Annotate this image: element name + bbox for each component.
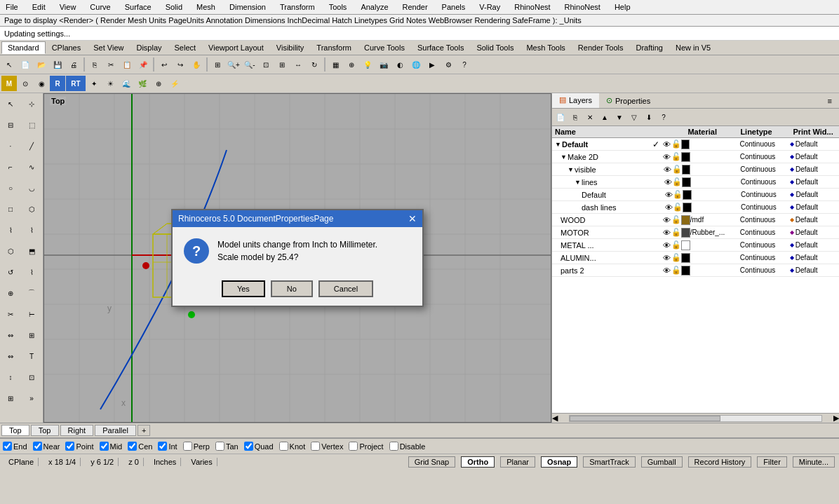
- snap-cen-check[interactable]: [128, 442, 137, 451]
- dialog-close-button[interactable]: ✕: [408, 213, 417, 224]
- menu-render[interactable]: Render: [400, 1, 431, 13]
- snap-tan[interactable]: Tan: [215, 442, 239, 451]
- gumball-button[interactable]: Gumball: [641, 456, 683, 468]
- layer-lock-motor[interactable]: 🔓: [671, 228, 681, 238]
- snap-disable-check[interactable]: [389, 442, 398, 451]
- snap-cen[interactable]: Cen: [128, 442, 152, 451]
- layer-color-visible[interactable]: [682, 165, 691, 175]
- tool-grid[interactable]: ▦: [328, 57, 343, 72]
- viewport-tab-top-2[interactable]: Top: [31, 425, 59, 436]
- tool-copy[interactable]: 📋: [119, 57, 135, 72]
- scroll-right-btn[interactable]: ▶: [833, 414, 839, 423]
- layer-color-make2d[interactable]: [681, 152, 690, 162]
- layer-lock-default-sub[interactable]: 🔓: [673, 190, 683, 200]
- layer-eye-parts2[interactable]: 👁: [663, 266, 671, 275]
- tool-settings[interactable]: ⚙: [441, 57, 456, 72]
- snap-perp-check[interactable]: [183, 442, 192, 451]
- snap-int[interactable]: Int: [158, 442, 177, 451]
- layer-lock-default[interactable]: 🔓: [671, 139, 681, 149]
- menu-rhinonest1[interactable]: RhinoNest: [511, 1, 553, 13]
- layer-eye-visible[interactable]: 👁: [663, 165, 671, 175]
- planar-button[interactable]: Planar: [500, 456, 535, 468]
- snap-int-check[interactable]: [158, 442, 167, 451]
- snap-vertex-check[interactable]: [311, 442, 320, 451]
- new-sublayer-button[interactable]: ⎘: [568, 110, 582, 124]
- minute-button[interactable]: Minute...: [793, 456, 835, 468]
- tab-cplanes[interactable]: CPlanes: [46, 41, 88, 54]
- tool-nurbs[interactable]: ⌇: [1, 220, 20, 240]
- tool-text[interactable]: T: [22, 346, 41, 366]
- record-history-button[interactable]: Record History: [688, 456, 752, 468]
- layer-row-alumin[interactable]: ALUMIN... 👁 🔓 Continuous ◆ Default: [552, 252, 839, 264]
- tool-m[interactable]: M: [1, 76, 17, 91]
- layer-eye-alumin[interactable]: 👁: [663, 253, 671, 263]
- viewport-tab-top-1[interactable]: Top: [1, 425, 29, 436]
- tool-pan[interactable]: ↔: [290, 57, 306, 72]
- smarttrack-button[interactable]: SmartTrack: [583, 456, 635, 468]
- tool-help[interactable]: ?: [457, 57, 472, 72]
- snap-tan-check[interactable]: [215, 442, 224, 451]
- tab-standard[interactable]: Standard: [1, 41, 46, 54]
- snap-knot[interactable]: Knot: [279, 442, 306, 451]
- layer-row-metal[interactable]: METAL ... 👁 🔓 Continuous ◆ Default: [552, 239, 839, 252]
- layer-color-wood[interactable]: [681, 215, 690, 225]
- viewport-top[interactable]: Top: [43, 93, 551, 423]
- layer-expand-visible[interactable]: ▼: [568, 166, 575, 173]
- snap-near[interactable]: Near: [33, 442, 60, 451]
- tool-preview[interactable]: ▶: [424, 57, 440, 72]
- tool-print[interactable]: 🖨: [66, 57, 81, 72]
- tool-pt[interactable]: ·: [1, 136, 20, 156]
- tool-line2[interactable]: ╱: [22, 136, 41, 156]
- tool-freeform[interactable]: ∿: [22, 157, 41, 177]
- menu-tools[interactable]: Tools: [326, 1, 350, 13]
- layer-lock-lines[interactable]: 🔓: [672, 177, 682, 187]
- move-layer-up-button[interactable]: ▲: [598, 110, 612, 124]
- tool-more[interactable]: »: [22, 388, 41, 408]
- scroll-thumb[interactable]: [570, 416, 720, 421]
- new-layer-button[interactable]: 📄: [553, 110, 568, 124]
- tool-rotate[interactable]: ↻: [307, 57, 322, 72]
- layer-eye-dashlines[interactable]: 👁: [664, 203, 673, 212]
- tab-layers[interactable]: ▤ Layers: [552, 93, 599, 108]
- tool-cage[interactable]: ⊞: [1, 388, 20, 408]
- tab-newinv5[interactable]: New in V5: [669, 41, 717, 54]
- tool-points[interactable]: ⊕: [344, 57, 359, 72]
- tab-surfacetools[interactable]: Surface Tools: [411, 41, 470, 54]
- viewport-tab-parallel[interactable]: Parallel: [95, 425, 136, 436]
- tool-paint[interactable]: ⬚: [22, 115, 41, 135]
- tool-surface[interactable]: ⬡: [1, 241, 20, 261]
- snap-project-check[interactable]: [349, 442, 358, 451]
- dialog-yes-button[interactable]: Yes: [222, 280, 265, 297]
- ortho-button[interactable]: Ortho: [461, 456, 495, 468]
- panel-options-button[interactable]: ≡: [821, 93, 839, 108]
- tool-lasso[interactable]: ⊟: [1, 115, 20, 135]
- tool-select-all[interactable]: ⊞: [210, 57, 225, 72]
- viewport-tab-right[interactable]: Right: [60, 425, 94, 436]
- menu-surface[interactable]: Surface: [122, 1, 154, 13]
- layer-row-dashlines[interactable]: dash lines 👁 🔓 Continuous ◆ Default: [552, 201, 839, 214]
- tool-array[interactable]: ⊞: [22, 325, 41, 345]
- menu-file[interactable]: File: [3, 1, 21, 13]
- tab-transform[interactable]: Transform: [310, 41, 358, 54]
- tool-snap2[interactable]: ⊡: [22, 367, 41, 387]
- tool-move-vert[interactable]: ↕: [1, 367, 20, 387]
- layer-eye-default-sub[interactable]: 👁: [664, 190, 673, 200]
- tab-visibility[interactable]: Visibility: [270, 41, 311, 54]
- layer-row-parts2[interactable]: parts 2 👁 🔓 Continuous ◆ Default: [552, 264, 839, 277]
- tab-solidtools[interactable]: Solid Tools: [470, 41, 520, 54]
- tool-boolean[interactable]: ⊕: [1, 283, 20, 303]
- tab-select[interactable]: Select: [168, 41, 203, 54]
- layer-lock-wood[interactable]: 🔓: [671, 215, 681, 225]
- tool-paste[interactable]: 📌: [135, 57, 151, 72]
- menu-vray[interactable]: V-Ray: [476, 1, 503, 13]
- tool-r[interactable]: R: [50, 76, 65, 91]
- layer-lock-alumin[interactable]: 🔓: [671, 253, 681, 263]
- menu-dimension[interactable]: Dimension: [227, 1, 269, 13]
- snap-knot-check[interactable]: [279, 442, 288, 451]
- delete-layer-button[interactable]: ✕: [583, 110, 597, 124]
- tool-arc[interactable]: ◡: [22, 178, 41, 198]
- tool-copy-to[interactable]: ⎘: [87, 57, 102, 72]
- layer-color-parts2[interactable]: [681, 266, 690, 275]
- scroll-track[interactable]: [569, 415, 822, 422]
- layer-expand-make2d[interactable]: ▼: [561, 154, 568, 161]
